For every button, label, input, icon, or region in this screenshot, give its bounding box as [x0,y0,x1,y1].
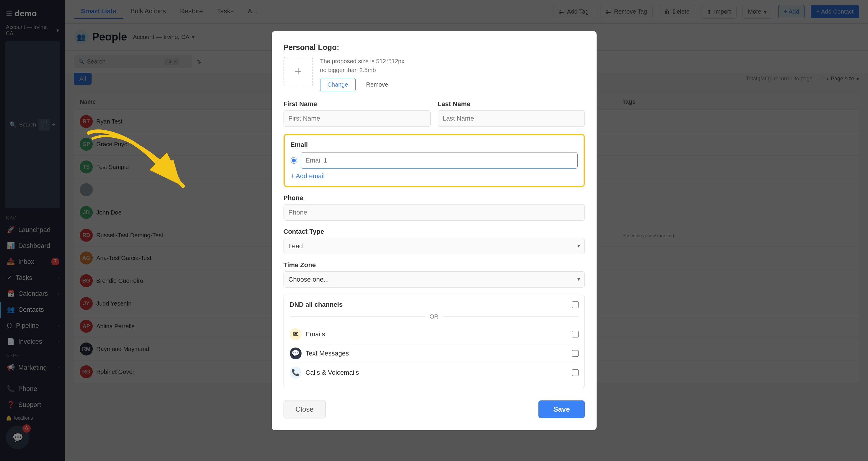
timezone-label: Time Zone [283,261,585,269]
arrow-annotation [83,124,201,213]
phone-section: Phone [283,194,585,221]
logo-upload-box[interactable]: + [283,57,313,86]
first-name-label: First Name [283,100,431,108]
logo-upload-area: + The proposed size is 512*512px no bigg… [283,57,585,91]
dnd-channel-calls: 📞 Calls & Voicemails [290,363,579,382]
contact-type-section: Contact Type Lead Customer Prospect ▾ [283,228,585,254]
modal-overlay: Personal Logo: + The proposed size is 51… [0,0,868,461]
add-email-link[interactable]: + Add email [290,172,578,180]
logo-hint-area: The proposed size is 512*512px no bigger… [320,57,405,91]
modal-footer: Close Save [283,397,585,419]
dnd-text-checkbox[interactable] [572,350,579,357]
logo-hint-line2: no bigger than 2.5mb [320,66,405,75]
dnd-channel-emails: ✉ Emails [290,325,579,344]
last-name-label: Last Name [438,100,585,108]
close-button[interactable]: Close [283,400,326,419]
dnd-emails-checkbox[interactable] [572,331,579,338]
timezone-wrapper: Choose one... ▾ [283,271,585,288]
phone-label: Phone [283,194,585,202]
dnd-channel-text: 💬 Text Messages [290,344,579,363]
contact-type-select[interactable]: Lead Customer Prospect [283,238,585,254]
dnd-calls-checkbox[interactable] [572,369,579,376]
remove-logo-button[interactable]: Remove [359,78,395,91]
dnd-header: DND all channels [290,301,579,309]
logo-buttons: Change Remove [320,78,405,91]
timezone-select[interactable]: Choose one... [283,271,585,288]
email-section: Email + Add email [283,134,585,187]
logo-hint-line1: The proposed size is 512*512px [320,57,405,66]
timezone-section: Time Zone Choose one... ▾ [283,261,585,288]
last-name-group: Last Name [438,100,585,127]
email-channel-icon: ✉ [290,328,302,340]
phone-input[interactable] [283,204,585,221]
logo-section: Personal Logo: + The proposed size is 51… [283,43,585,91]
name-row: First Name Last Name [283,100,585,127]
contact-type-wrapper: Lead Customer Prospect ▾ [283,238,585,254]
dnd-divider: OR [290,313,579,320]
plus-icon: + [295,65,302,78]
email-input-row [290,152,578,169]
email-radio[interactable] [290,157,297,164]
email-input[interactable] [301,152,578,169]
last-name-input[interactable] [438,110,585,127]
logo-label: Personal Logo: [283,43,585,52]
text-channel-icon: 💬 [290,348,302,359]
first-name-group: First Name [283,100,431,127]
dnd-all-checkbox[interactable] [572,301,579,308]
email-label: Email [290,141,578,149]
dnd-section: DND all channels OR ✉ Emails 💬 Text Mess… [283,295,585,388]
save-button[interactable]: Save [538,400,585,418]
add-contact-modal: Personal Logo: + The proposed size is 51… [272,31,597,430]
calls-channel-icon: 📞 [290,367,302,379]
first-name-input[interactable] [283,110,431,127]
dnd-title: DND all channels [290,301,343,309]
contact-type-label: Contact Type [283,228,585,235]
change-logo-button[interactable]: Change [320,78,355,91]
